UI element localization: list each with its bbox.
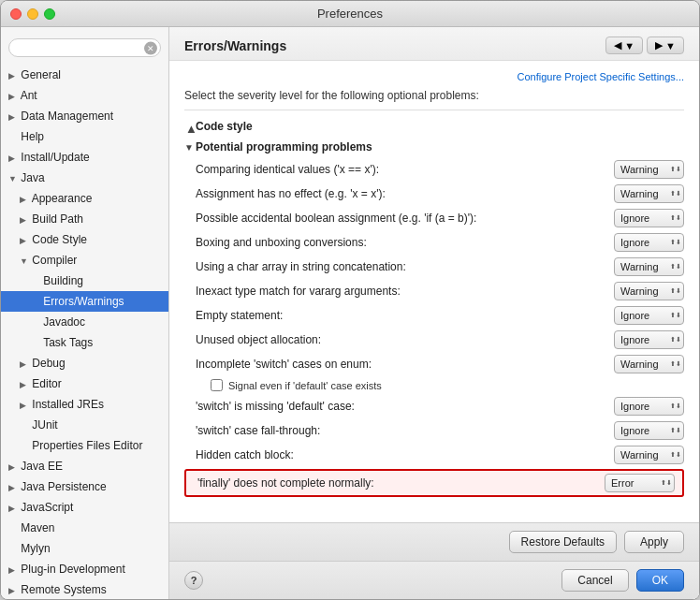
restore-defaults-button[interactable]: Restore Defaults: [509, 531, 617, 553]
sidebar-item-installed-jres[interactable]: ▶ Installed JREs: [1, 394, 168, 415]
sidebar-item-javadoc[interactable]: Javadoc: [1, 312, 168, 332]
select-comparing-identical[interactable]: WarningErrorIgnore: [614, 160, 684, 179]
sidebar-item-mylyn[interactable]: Mylyn: [1, 538, 168, 559]
content-header: Errors/Warnings ◀ ▼ ▶ ▼: [169, 27, 699, 61]
select-incomplete-switch[interactable]: WarningErrorIgnore: [614, 355, 684, 373]
select-finally[interactable]: ErrorWarningIgnore: [605, 474, 675, 492]
sidebar-item-junit[interactable]: JUnit: [1, 415, 168, 435]
help-button[interactable]: ?: [184, 571, 203, 590]
arrow-icon: ▶: [8, 111, 18, 124]
maximize-button[interactable]: [44, 8, 55, 20]
content-area: Errors/Warnings ◀ ▼ ▶ ▼ Configure Projec…: [169, 27, 699, 599]
problem-row-hidden-catch: Hidden catch block: WarningErrorIgnore: [184, 443, 684, 467]
select-boxing-unboxing[interactable]: IgnoreWarningError: [614, 233, 684, 252]
sidebar-item-code-style[interactable]: ▶ Code Style: [1, 229, 168, 250]
section-arrow-icon: ▶: [185, 121, 196, 132]
preferences-window: Preferences ✕ ▶ General ▶ Ant ▶ Data Man…: [0, 0, 700, 600]
sidebar-item-properties-editor[interactable]: Properties Files Editor: [1, 435, 168, 456]
checkbox-default-case[interactable]: [211, 379, 223, 391]
content-title: Errors/Warnings: [184, 38, 286, 53]
select-empty-statement[interactable]: IgnoreWarningError: [614, 306, 684, 325]
search-clear-button[interactable]: ✕: [144, 42, 157, 55]
sidebar-item-plugin-dev[interactable]: ▶ Plug-in Development: [1, 559, 168, 579]
search-input[interactable]: [8, 38, 161, 57]
checkbox-label-default-case: Signal even if 'default' case exists: [228, 380, 382, 391]
back-button[interactable]: ◀ ▼: [605, 37, 643, 54]
configure-link[interactable]: Configure Project Specific Settings...: [517, 71, 684, 82]
select-char-array[interactable]: WarningErrorIgnore: [614, 257, 684, 276]
arrow-icon: ▶: [20, 235, 29, 248]
sidebar-item-ant[interactable]: ▶ Ant: [1, 85, 168, 106]
footer-bar: ? Cancel OK: [169, 561, 699, 599]
sidebar-item-editor[interactable]: ▶ Editor: [1, 373, 168, 394]
code-style-section-header[interactable]: ▶ Code style: [184, 116, 684, 137]
footer-right: Cancel OK: [561, 569, 684, 592]
sidebar-item-remote-systems[interactable]: ▶ Remote Systems: [1, 579, 168, 599]
select-assignment-no-effect[interactable]: WarningErrorIgnore: [614, 184, 684, 203]
arrow-icon: [31, 276, 40, 289]
problem-label: Hidden catch block:: [196, 448, 614, 461]
main-content: ✕ ▶ General ▶ Ant ▶ Data Management Help…: [1, 27, 699, 599]
dropdown-finally: ErrorWarningIgnore: [605, 474, 675, 492]
problem-label: 'switch' is missing 'default' case:: [196, 400, 614, 413]
select-switch-fallthrough[interactable]: IgnoreWarningError: [614, 421, 684, 440]
arrow-icon: [8, 544, 18, 557]
sidebar-item-help[interactable]: Help: [1, 126, 168, 147]
arrow-icon: ▶: [8, 482, 18, 495]
sidebar-item-errors-warnings[interactable]: Errors/Warnings: [1, 291, 168, 312]
arrow-icon: ▶: [8, 91, 18, 104]
bottom-bar: Restore Defaults Apply: [169, 522, 699, 561]
select-boolean-assignment[interactable]: IgnoreWarningError: [614, 209, 684, 227]
severity-description: Select the severity level for the follow…: [184, 89, 684, 102]
forward-button[interactable]: ▶ ▼: [647, 37, 684, 54]
arrow-icon: ▶: [8, 564, 18, 578]
dropdown-switch-fallthrough: IgnoreWarningError: [614, 421, 684, 440]
minimize-button[interactable]: [27, 8, 38, 20]
problem-label: Comparing identical values ('x == x'):: [196, 163, 614, 176]
problem-row-finally: 'finally' does not complete normally: Er…: [184, 469, 684, 497]
sidebar-item-java-persistence[interactable]: ▶ Java Persistence: [1, 476, 168, 497]
sidebar-item-java[interactable]: ▼ Java: [1, 168, 168, 188]
sidebar-item-data-management[interactable]: ▶ Data Management: [1, 106, 168, 126]
select-hidden-catch[interactable]: WarningErrorIgnore: [614, 446, 684, 464]
select-unused-object[interactable]: IgnoreWarningError: [614, 330, 684, 349]
sidebar-item-maven[interactable]: Maven: [1, 518, 168, 538]
dropdown-boolean-assignment: IgnoreWarningError: [614, 209, 684, 227]
sidebar-item-task-tags[interactable]: Task Tags: [1, 332, 168, 353]
code-style-section-label: Code style: [196, 120, 253, 133]
arrow-icon: ▶: [8, 585, 18, 598]
arrow-icon: [31, 338, 40, 351]
problem-row-char-array: Using a char array in string concatenati…: [184, 255, 684, 279]
dropdown-unused-object: IgnoreWarningError: [614, 330, 684, 349]
sidebar-item-debug[interactable]: ▶ Debug: [1, 353, 168, 373]
sidebar-item-compiler[interactable]: ▼ Compiler: [1, 250, 168, 271]
close-button[interactable]: [10, 8, 22, 20]
sidebar-item-general[interactable]: ▶ General: [1, 65, 168, 85]
ok-button[interactable]: OK: [636, 569, 684, 592]
problem-label: Boxing and unboxing conversions:: [196, 236, 614, 249]
sidebar-item-building[interactable]: Building: [1, 271, 168, 291]
checkbox-row-default-case: Signal even if 'default' case exists: [184, 376, 684, 394]
problem-label: Possible accidental boolean assignment (…: [196, 212, 614, 225]
arrow-icon: ▼: [20, 256, 29, 269]
problem-row-boxing-unboxing: Boxing and unboxing conversions: IgnoreW…: [184, 230, 684, 255]
cancel-button[interactable]: Cancel: [561, 569, 628, 592]
dropdown-incomplete-switch: WarningErrorIgnore: [614, 355, 684, 373]
arrow-icon: [8, 132, 18, 145]
apply-button[interactable]: Apply: [624, 531, 684, 553]
problem-row-inexact-vararg: Inexact type match for vararg arguments:…: [184, 279, 684, 303]
problem-row-unused-object: Unused object allocation: IgnoreWarningE…: [184, 328, 684, 352]
sidebar-item-install-update[interactable]: ▶ Install/Update: [1, 147, 168, 168]
sidebar-item-java-ee[interactable]: ▶ Java EE: [1, 456, 168, 476]
potential-programming-section-header[interactable]: ▼ Potential programming problems: [184, 137, 684, 157]
arrow-icon: ▶: [8, 503, 18, 516]
select-inexact-vararg[interactable]: WarningErrorIgnore: [614, 282, 684, 300]
problem-row-assignment-no-effect: Assignment has no effect (e.g. 'x = x'):…: [184, 182, 684, 206]
problem-row-incomplete-switch: Incomplete 'switch' cases on enum: Warni…: [184, 352, 684, 376]
arrow-icon: [8, 523, 18, 536]
sidebar-item-build-path[interactable]: ▶ Build Path: [1, 209, 168, 229]
select-switch-missing-default[interactable]: IgnoreWarningError: [614, 397, 684, 416]
problem-row-switch-missing-default: 'switch' is missing 'default' case: Igno…: [184, 394, 684, 418]
sidebar-item-appearance[interactable]: ▶ Appearance: [1, 188, 168, 209]
sidebar-item-javascript[interactable]: ▶ JavaScript: [1, 497, 168, 518]
